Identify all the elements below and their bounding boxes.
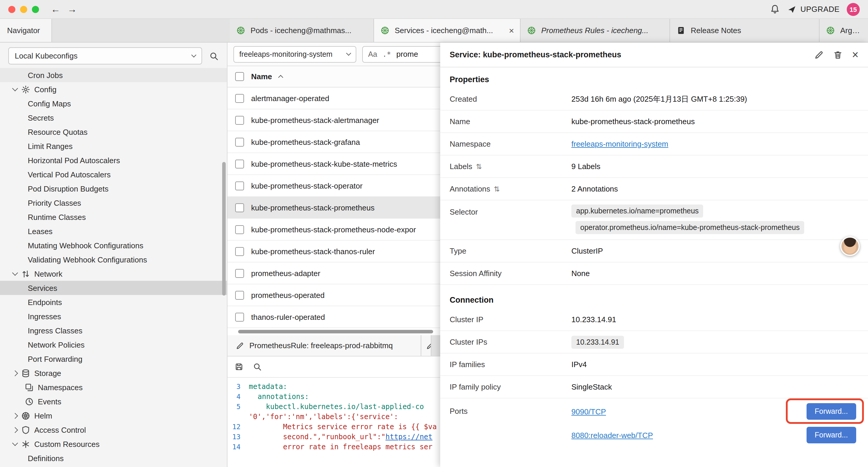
table-row[interactable]: alertmanager-operated xyxy=(227,87,440,109)
sort-toggle-icon[interactable]: ⇅ xyxy=(476,162,482,171)
horizontal-scrollbar[interactable] xyxy=(227,328,440,335)
events-clock-icon xyxy=(24,397,34,406)
sidebar-item-runtime-classes[interactable]: Runtime Classes xyxy=(0,210,227,224)
sidebar-item-validating-webhook-configurations[interactable]: Validating Webhook Configurations xyxy=(0,253,227,267)
back-button[interactable]: ← xyxy=(51,4,60,14)
row-checkbox[interactable] xyxy=(235,181,244,190)
upgrade-button[interactable]: UPGRADE xyxy=(787,4,840,14)
kubeconfig-selector[interactable]: Local Kubeconfigs xyxy=(8,47,202,64)
table-row-selected[interactable]: kube-prometheus-stack-prometheus xyxy=(227,197,440,219)
service-name: kube-prometheus-stack-alertmanager xyxy=(251,116,379,124)
navigator-panel-tab[interactable]: Navigator xyxy=(0,19,52,42)
sidebar-group-config[interactable]: Config xyxy=(0,82,227,96)
sidebar-item-namespaces[interactable]: Namespaces xyxy=(0,380,227,394)
tab-prometheus-rules[interactable]: Prometheus Rules - icecheng... xyxy=(521,19,670,42)
row-checkbox[interactable] xyxy=(235,269,244,278)
forward-port-button[interactable]: Forward... xyxy=(806,403,856,420)
sidebar-item-endpoints[interactable]: Endpoints xyxy=(0,295,227,309)
sidebar-item-services[interactable]: Services xyxy=(0,281,227,295)
table-row[interactable]: kube-prometheus-stack-prometheus-node-ex… xyxy=(227,219,440,241)
property-label: Namespace xyxy=(450,140,571,148)
match-case-toggle[interactable]: Aa xyxy=(368,50,377,58)
port-link[interactable]: 9090/TCP xyxy=(571,407,606,416)
tab-release-notes[interactable]: Release Notes xyxy=(670,19,819,42)
row-checkbox[interactable] xyxy=(235,159,244,168)
sidebar-item-leases[interactable]: Leases xyxy=(0,224,227,238)
close-window-button[interactable] xyxy=(8,6,16,13)
sidebar-item-vertical-pod-autoscalers[interactable]: Vertical Pod Autoscalers xyxy=(0,167,227,181)
sidebar-group-network[interactable]: Network xyxy=(0,267,227,281)
sidebar-item-config-maps[interactable]: Config Maps xyxy=(0,96,227,111)
tab-argo[interactable]: Argo Se... xyxy=(819,19,868,42)
sidebar-item-network-policies[interactable]: Network Policies xyxy=(0,338,227,352)
sort-toggle-icon[interactable]: ⇅ xyxy=(494,185,500,193)
sidebar-item-cron-jobs[interactable]: Cron Jobs xyxy=(0,68,227,82)
sidebar-item-limit-ranges[interactable]: Limit Ranges xyxy=(0,139,227,153)
sidebar-group-custom-resources[interactable]: Custom Resources xyxy=(0,437,227,451)
sidebar-item-horizontal-pod-autoscalers[interactable]: Horizontal Pod Autoscalers xyxy=(0,153,227,167)
forward-button[interactable]: → xyxy=(67,4,77,14)
table-row[interactable]: prometheus-operated xyxy=(227,284,440,306)
table-row[interactable]: kube-prometheus-stack-alertmanager xyxy=(227,109,440,131)
forward-port-button[interactable]: Forward... xyxy=(806,427,856,443)
table-row[interactable]: kube-prometheus-stack-thanos-ruler xyxy=(227,241,440,262)
port-line-8080: 8080:reloader-web/TCP Forward... xyxy=(571,423,859,447)
sidebar-item-label: Events xyxy=(38,397,61,406)
table-row[interactable]: kube-prometheus-stack-kube-state-metrics xyxy=(227,153,440,175)
sidebar-item-resource-quotas[interactable]: Resource Quotas xyxy=(0,125,227,139)
sidebar-group-storage[interactable]: Storage xyxy=(0,366,227,380)
row-checkbox[interactable] xyxy=(235,291,244,299)
row-checkbox[interactable] xyxy=(235,203,244,212)
editor-search-icon[interactable] xyxy=(253,362,262,371)
table-row[interactable]: thanos-ruler-operated xyxy=(227,306,440,328)
chevron-down-icon xyxy=(346,51,351,56)
sidebar-item-ingress-classes[interactable]: Ingress Classes xyxy=(0,323,227,338)
sidebar-scrollbar[interactable] xyxy=(222,162,226,296)
row-checkbox[interactable] xyxy=(235,247,244,256)
sidebar-group-helm[interactable]: Helm xyxy=(0,408,227,423)
zoom-window-button[interactable] xyxy=(32,6,39,13)
sidebar-item-mutating-webhook-configurations[interactable]: Mutating Webhook Configurations xyxy=(0,238,227,253)
sidebar-item-events[interactable]: Events xyxy=(0,394,227,408)
sidebar-item-port-forwarding[interactable]: Port Forwarding xyxy=(0,352,227,366)
close-drawer-icon[interactable]: × xyxy=(852,49,859,60)
table-row[interactable]: kube-prometheus-stack-operator xyxy=(227,175,440,197)
sidebar-group-access-control[interactable]: Access Control xyxy=(0,423,227,437)
row-checkbox[interactable] xyxy=(235,138,244,146)
sidebar-item-secrets[interactable]: Secrets xyxy=(0,111,227,125)
table-row[interactable]: kube-prometheus-stack-grafana xyxy=(227,131,440,153)
yaml-editor[interactable]: 3metadata: 4annotations: 5kubectl.kubern… xyxy=(227,378,440,467)
sidebar-search-icon[interactable] xyxy=(209,51,219,61)
properties-section-heading: Properties xyxy=(440,67,868,88)
release-notes-icon xyxy=(676,26,686,35)
namespace-filter-select[interactable]: freeleaps-monitoring-system xyxy=(234,46,356,62)
notifications-bell-icon[interactable] xyxy=(770,4,780,14)
sidebar-item-ingresses[interactable]: Ingresses xyxy=(0,309,227,323)
notification-count-badge[interactable]: 15 xyxy=(847,3,860,16)
search-input[interactable] xyxy=(397,50,440,59)
minimize-window-button[interactable] xyxy=(20,6,27,13)
editor-tab-prometheusrule[interactable]: PrometheusRule: freeleaps-prod-rabbitmq xyxy=(227,335,421,356)
row-checkbox[interactable] xyxy=(235,94,244,103)
save-icon[interactable] xyxy=(235,362,243,371)
port-link[interactable]: 8080:reloader-web/TCP xyxy=(571,431,653,439)
row-checkbox[interactable] xyxy=(235,225,244,234)
close-tab-icon[interactable]: × xyxy=(506,25,514,35)
editor-tab-partial[interactable] xyxy=(421,335,431,356)
select-all-checkbox[interactable] xyxy=(235,72,244,81)
horizontal-scrollbar-thumb[interactable] xyxy=(238,330,433,333)
namespace-link[interactable]: freeleaps-monitoring-system xyxy=(571,140,668,148)
tab-services[interactable]: Services - icecheng@math... × xyxy=(374,19,521,42)
sidebar-item-priority-classes[interactable]: Priority Classes xyxy=(0,196,227,210)
tab-pods[interactable]: Pods - icecheng@mathmas... xyxy=(230,19,374,42)
sidebar-item-definitions[interactable]: Definitions xyxy=(0,451,227,465)
row-checkbox[interactable] xyxy=(235,313,244,321)
sidebar-item-pod-disruption-budgets[interactable]: Pod Disruption Budgets xyxy=(0,181,227,196)
row-checkbox[interactable] xyxy=(235,116,244,124)
name-column-header[interactable]: Name xyxy=(251,72,272,81)
regex-toggle[interactable]: .* xyxy=(382,50,391,58)
table-row[interactable]: prometheus-adapter xyxy=(227,262,440,284)
delete-service-icon[interactable] xyxy=(833,50,843,59)
assistant-avatar[interactable] xyxy=(840,236,860,256)
edit-service-icon[interactable] xyxy=(814,50,824,59)
